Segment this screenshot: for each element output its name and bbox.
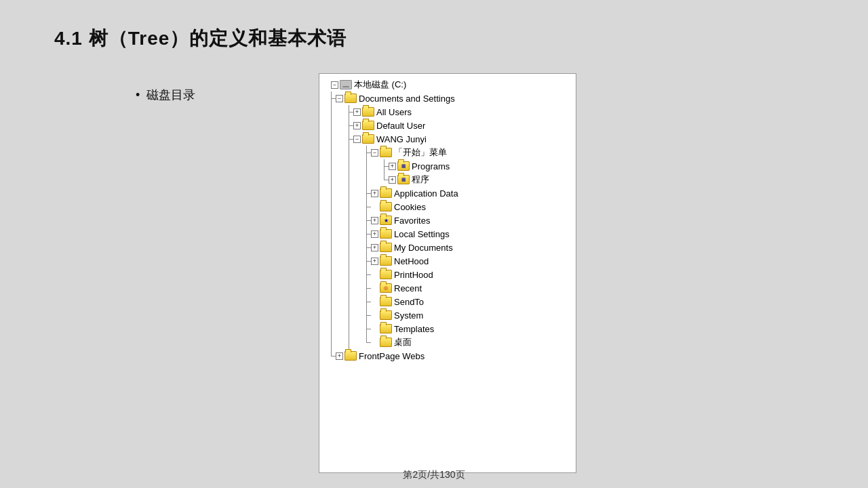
tree-node-templates[interactable]: Templates xyxy=(322,322,573,336)
tree-node-root[interactable]: − 本地磁盘 (C:) xyxy=(322,78,573,92)
tree-node-frontpage[interactable]: + FrontPage Webs xyxy=(322,349,573,363)
tree-node-chengxu[interactable]: + ▦ 程序 xyxy=(322,173,573,186)
label-mydocs: My Documents xyxy=(394,243,453,253)
label-allusers: All Users xyxy=(376,107,412,117)
folder-icon-wang xyxy=(362,134,374,144)
label-cookies: Cookies xyxy=(394,202,426,212)
label-recent: Recent xyxy=(394,283,422,293)
folder-icon-system xyxy=(380,310,392,320)
bullet-dot: • xyxy=(136,88,140,102)
toggle-frontpage[interactable]: + xyxy=(336,352,343,360)
tree-node-favorites[interactable]: + ★ Favorites xyxy=(322,214,573,227)
folder-icon-localsettings xyxy=(380,229,392,239)
toggle-root[interactable]: − xyxy=(331,81,338,89)
toggle-startmenu[interactable]: − xyxy=(371,149,378,157)
tree-node-printhood[interactable]: PrintHood xyxy=(322,268,573,281)
toggle-mydocs[interactable]: + xyxy=(371,244,378,251)
tree-node-docs-settings[interactable]: − Documents and Settings xyxy=(322,92,573,105)
toggle-programs[interactable]: + xyxy=(389,163,396,170)
spacer xyxy=(322,81,330,89)
label-sendto: SendTo xyxy=(394,297,424,307)
tree-node-default-user[interactable]: + Default User xyxy=(322,119,573,132)
folder-icon-recent: ◎ xyxy=(380,283,392,293)
toggle-appdata[interactable]: + xyxy=(371,190,378,197)
folder-icon-programs: ▦ xyxy=(397,161,410,171)
label-programs: Programs xyxy=(412,161,450,171)
tree-node-cookies[interactable]: Cookies xyxy=(322,200,573,214)
toggle-chengxu[interactable]: + xyxy=(389,176,396,184)
toggle-localsettings[interactable]: + xyxy=(371,230,378,238)
page-title: 4.1 树（Tree）的定义和基本术语 xyxy=(54,26,347,52)
tree-node-system[interactable]: System xyxy=(322,308,573,322)
drive-icon xyxy=(340,80,352,89)
page-footer: 第2页/共130页 xyxy=(403,469,465,481)
folder-icon-defaultuser xyxy=(362,121,374,130)
tree-node-programs[interactable]: + ▦ Programs xyxy=(322,159,573,173)
tree-node-desktop[interactable]: 桌面 xyxy=(322,336,573,349)
folder-icon-printhood xyxy=(380,270,392,279)
tree-node-wang[interactable]: − WANG Junyi xyxy=(322,132,573,146)
folder-icon-allusers xyxy=(362,107,374,117)
tree-node-startmenu[interactable]: − 「开始」菜单 xyxy=(322,146,573,159)
toggle-wang[interactable]: − xyxy=(353,136,361,143)
toggle-defaultuser[interactable]: + xyxy=(353,122,361,129)
toggle-docs[interactable]: − xyxy=(336,95,343,102)
toggle-nethood[interactable]: + xyxy=(371,258,378,265)
folder-icon-sendto xyxy=(380,297,392,306)
folder-icon-mydocs xyxy=(380,243,392,252)
label-nethood: NetHood xyxy=(394,256,429,266)
label-defaultuser: Default User xyxy=(376,121,425,131)
tree-node-recent[interactable]: ◎ Recent xyxy=(322,281,573,295)
tree-node-sendto[interactable]: SendTo xyxy=(322,295,573,308)
label-appdata: Application Data xyxy=(394,188,458,199)
label-localsettings: Local Settings xyxy=(394,229,450,239)
tree-node-mydocs[interactable]: + My Documents xyxy=(322,241,573,254)
folder-icon-appdata xyxy=(380,188,392,198)
label-system: System xyxy=(394,310,423,321)
label-startmenu: 「开始」菜单 xyxy=(394,146,447,159)
folder-icon-docs xyxy=(344,94,357,103)
tree-node-all-users[interactable]: + All Users xyxy=(322,105,573,119)
folder-icon-startmenu xyxy=(380,148,392,157)
bullet-text: 磁盘目录 xyxy=(146,87,195,103)
folder-icon-frontpage xyxy=(344,351,357,361)
label-wang: WANG Junyi xyxy=(376,134,427,144)
label-desktop: 桌面 xyxy=(394,336,412,348)
folder-icon-desktop xyxy=(380,338,392,347)
bullet-disk-dir: • 磁盘目录 xyxy=(136,87,195,103)
label-printhood: PrintHood xyxy=(394,270,433,280)
label-templates: Templates xyxy=(394,324,434,334)
toggle-allusers[interactable]: + xyxy=(353,108,361,116)
folder-icon-nethood xyxy=(380,256,392,266)
tree-node-appdata[interactable]: + Application Data xyxy=(322,186,573,200)
label-frontpage: FrontPage Webs xyxy=(359,351,425,361)
folder-icon-templates xyxy=(380,324,392,333)
folder-icon-favorites: ★ xyxy=(380,216,392,225)
toggle-favorites[interactable]: + xyxy=(371,217,378,224)
folder-icon-chengxu: ▦ xyxy=(397,175,410,184)
root-label: 本地磁盘 (C:) xyxy=(354,79,406,91)
tree-node-nethood[interactable]: + NetHood xyxy=(322,254,573,268)
label-docs: Documents and Settings xyxy=(359,94,455,104)
tree-panel: − 本地磁盘 (C:) − Documents and Settings + A… xyxy=(319,73,576,473)
connector xyxy=(328,92,336,105)
label-favorites: Favorites xyxy=(394,216,430,226)
folder-icon-cookies xyxy=(380,202,392,211)
label-chengxu: 程序 xyxy=(412,174,429,186)
tree-node-localsettings[interactable]: + Local Settings xyxy=(322,227,573,241)
